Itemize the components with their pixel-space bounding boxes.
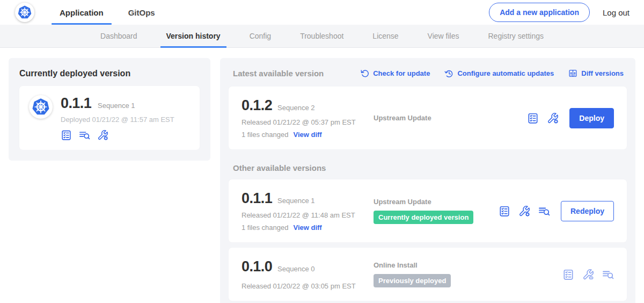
deploy-logs-icon[interactable] xyxy=(79,129,90,141)
configure-automatic-updates-label: Configure automatic updates xyxy=(457,69,554,77)
preflight-checks-icon[interactable] xyxy=(499,205,510,217)
check-for-update-link[interactable]: Check for update xyxy=(360,69,430,78)
version-sequence: Sequence 1 xyxy=(277,197,314,205)
tab-view-files-label: View files xyxy=(428,32,459,40)
kubernetes-logo-icon xyxy=(17,4,33,20)
view-diff-link[interactable]: View diff xyxy=(293,131,321,139)
version-card-0-1-1: 0.1.1 Sequence 1 Released 01/21/22 @ 11:… xyxy=(229,179,627,242)
view-config-icon[interactable] xyxy=(582,269,594,280)
refresh-icon xyxy=(360,69,369,78)
tab-version-history[interactable]: Version history xyxy=(152,25,235,47)
currently-deployed-badge: Currently deployed version xyxy=(374,211,473,224)
tab-registry-settings-label: Registry settings xyxy=(488,32,544,40)
tab-dashboard-label: Dashboard xyxy=(100,32,137,40)
app-logo[interactable] xyxy=(15,3,34,22)
currently-deployed-title: Currently deployed version xyxy=(19,69,200,78)
source-label: Upstream Update xyxy=(374,198,492,206)
tab-config-label: Config xyxy=(250,32,271,40)
tab-license-label: License xyxy=(372,32,398,40)
files-changed-label: 1 files changed xyxy=(241,131,288,139)
version-source: Upstream Update xyxy=(374,114,527,122)
available-versions-panel: Latest available version Check for updat… xyxy=(220,58,635,303)
deploy-logs-icon[interactable] xyxy=(538,205,550,217)
edit-config-icon[interactable] xyxy=(547,112,559,124)
tab-application[interactable]: Application xyxy=(52,0,112,25)
add-application-button[interactable]: Add a new application xyxy=(489,3,590,22)
version-card-actions xyxy=(562,269,614,280)
view-diff-link[interactable]: View diff xyxy=(293,223,321,232)
currently-deployed-panel: Currently deployed version 0.1.1 Sequenc… xyxy=(9,58,210,161)
tab-troubleshoot[interactable]: Troubleshoot xyxy=(286,25,358,47)
version-number: 0.1.1 xyxy=(241,190,272,207)
version-number: 0.1.2 xyxy=(241,97,272,114)
top-nav-right: Add a new application Log out xyxy=(489,3,630,22)
deployed-actions xyxy=(61,129,174,141)
kubernetes-logo-icon xyxy=(31,97,51,117)
released-timestamp: Released 01/21/22 @ 11:48 am EST xyxy=(241,211,374,219)
version-card-actions: Redeploy xyxy=(499,201,614,221)
version-sequence: Sequence 0 xyxy=(277,265,314,273)
deploy-button[interactable]: Deploy xyxy=(569,108,614,128)
other-available-versions-title: Other available versions xyxy=(233,163,624,172)
version-sequence: Sequence 2 xyxy=(277,104,314,112)
tab-view-files[interactable]: View files xyxy=(413,25,474,47)
deploy-logs-icon[interactable] xyxy=(602,269,614,280)
version-source: Upstream Update Currently deployed versi… xyxy=(374,198,499,224)
tab-troubleshoot-label: Troubleshoot xyxy=(300,32,343,40)
main-content: Currently deployed version 0.1.1 Sequenc… xyxy=(0,48,644,303)
deployed-version-number: 0.1.1 xyxy=(61,95,91,112)
previously-deployed-badge: Previously deployed xyxy=(374,274,451,287)
deployed-timestamp: Deployed 01/21/22 @ 11:57 am EST xyxy=(61,116,174,124)
diff-icon xyxy=(568,69,577,78)
version-info: 0.1.2 Sequence 2 Released 01/21/22 @ 05:… xyxy=(241,97,374,139)
preflight-checks-icon[interactable] xyxy=(527,112,539,124)
tab-application-label: Application xyxy=(60,8,104,17)
app-tabs: Application GitOps xyxy=(52,0,172,25)
version-number: 0.1.0 xyxy=(241,258,272,275)
deployed-sequence: Sequence 1 xyxy=(98,102,135,110)
released-timestamp: Released 01/21/22 @ 05:37 pm EST xyxy=(241,118,374,126)
configure-automatic-updates-link[interactable]: Configure automatic updates xyxy=(444,69,554,78)
tab-gitops[interactable]: GitOps xyxy=(120,0,163,25)
files-changed-label: 1 files changed xyxy=(241,223,288,232)
source-label: Online Install xyxy=(374,261,556,269)
available-versions-header: Latest available version Check for updat… xyxy=(233,69,624,78)
tab-version-history-label: Version history xyxy=(166,32,221,40)
version-info: 0.1.0 Sequence 0 Released 01/20/22 @ 03:… xyxy=(241,258,374,290)
released-timestamp: Released 01/20/22 @ 03:05 pm EST xyxy=(241,282,374,290)
redeploy-button[interactable]: Redeploy xyxy=(561,201,614,221)
latest-available-title: Latest available version xyxy=(233,69,324,78)
tab-config[interactable]: Config xyxy=(235,25,286,47)
logout-button[interactable]: Log out xyxy=(603,8,630,17)
section-nav: Dashboard Version history Config Trouble… xyxy=(0,25,644,48)
deployed-version-info: 0.1.1 Sequence 1 Deployed 01/21/22 @ 11:… xyxy=(61,95,174,141)
currently-deployed-card: 0.1.1 Sequence 1 Deployed 01/21/22 @ 11:… xyxy=(19,86,200,150)
edit-config-icon[interactable] xyxy=(518,205,530,217)
version-card-actions: Deploy xyxy=(527,108,614,128)
edit-config-icon[interactable] xyxy=(97,129,108,141)
diff-versions-link[interactable]: Diff versions xyxy=(568,69,624,78)
app-icon xyxy=(29,95,53,119)
tab-license[interactable]: License xyxy=(358,25,413,47)
version-card-0-1-0: 0.1.0 Sequence 0 Released 01/20/22 @ 03:… xyxy=(229,248,627,301)
tab-registry-settings[interactable]: Registry settings xyxy=(474,25,558,47)
preflight-checks-icon[interactable] xyxy=(562,269,574,280)
version-actions: Check for update Configure automatic upd… xyxy=(360,69,624,78)
auto-update-clock-icon xyxy=(444,69,453,78)
top-nav: Application GitOps Add a new application… xyxy=(0,0,644,25)
check-for-update-label: Check for update xyxy=(373,69,430,77)
preflight-checks-icon[interactable] xyxy=(61,129,72,141)
version-info: 0.1.1 Sequence 1 Released 01/21/22 @ 11:… xyxy=(241,190,374,232)
source-label: Upstream Update xyxy=(374,114,521,122)
version-card-0-1-2: 0.1.2 Sequence 2 Released 01/21/22 @ 05:… xyxy=(229,86,627,149)
tab-dashboard[interactable]: Dashboard xyxy=(86,25,152,47)
diff-versions-label: Diff versions xyxy=(581,69,624,77)
version-source: Online Install Previously deployed xyxy=(374,261,562,287)
tab-gitops-label: GitOps xyxy=(128,8,155,17)
